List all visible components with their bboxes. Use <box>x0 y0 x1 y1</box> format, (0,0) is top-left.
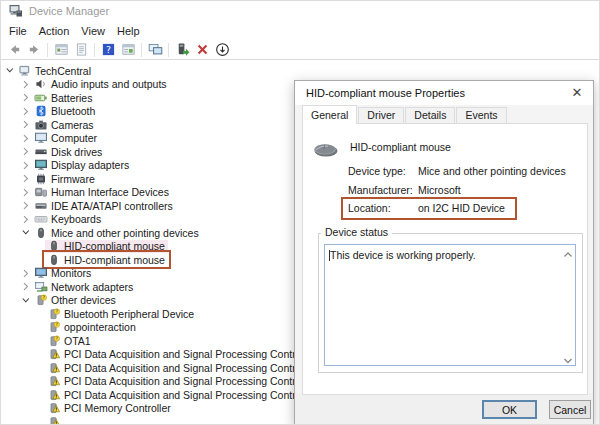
close-icon[interactable]: ✕ <box>570 86 584 100</box>
tree-item-label: Batteries <box>51 92 92 104</box>
help-icon[interactable]: ? <box>99 41 117 58</box>
tree-item[interactable]: TechCentral <box>1 64 599 78</box>
menu-help[interactable]: Help <box>111 23 146 39</box>
field-label: Location: <box>348 202 418 214</box>
chevron-right-icon[interactable] <box>19 172 32 185</box>
general-tab-page: HID-compliant mouse Device type:Mice and… <box>302 123 588 395</box>
tree-item-content: ?OTA1 <box>45 334 94 347</box>
tree-item-content: Network adapters <box>32 280 136 293</box>
field-label: Manufacturer: <box>348 184 418 196</box>
toolbar-separator <box>47 43 48 57</box>
firmware-icon <box>33 172 48 185</box>
ide-icon <box>33 199 48 212</box>
tree-item-label: Mice and other pointing devices <box>51 227 199 239</box>
tree-item-content: HID-compliant mouse <box>45 253 168 266</box>
field-label: Device type: <box>348 165 418 177</box>
disable-device-icon[interactable] <box>213 41 231 58</box>
tree-item-content: IDE ATA/ATAPI controllers <box>32 199 176 212</box>
tree-item-content: HID-compliant mouse <box>45 240 168 253</box>
console-tree-icon[interactable] <box>52 41 70 58</box>
device-status-text: This device is working properly. <box>329 249 559 261</box>
network-icon <box>33 280 48 293</box>
tree-item-content: Computer <box>32 132 100 145</box>
field-value: on I2C HID Device <box>418 202 505 214</box>
tree-item-content <box>45 415 67 424</box>
forward-icon[interactable] <box>25 41 43 58</box>
chevron-right-icon[interactable] <box>19 132 32 145</box>
tree-item-content: PCI Data Acquisition and Signal Processi… <box>45 388 319 401</box>
mouse-icon <box>46 253 61 266</box>
warning-icon <box>46 361 61 374</box>
chevron-right-icon[interactable] <box>19 105 32 118</box>
chevron-right-icon[interactable] <box>19 186 32 199</box>
unknown-icon: ? <box>46 307 61 320</box>
tree-item-label: Monitors <box>51 267 91 279</box>
tree-item-label: PCI Data Acquisition and Signal Processi… <box>64 389 316 401</box>
warning-icon <box>46 402 61 415</box>
chevron-right-icon[interactable] <box>19 159 32 172</box>
chevron-right-icon[interactable] <box>19 118 32 131</box>
computers-icon[interactable] <box>146 41 164 58</box>
tree-item-content: ?Bluetooth Peripheral Device <box>45 307 197 320</box>
properties-icon[interactable] <box>119 41 137 58</box>
chevron-right-icon[interactable] <box>19 78 32 91</box>
tree-item-label: Audio inputs and outputs <box>51 78 167 90</box>
cancel-button[interactable]: Cancel <box>549 400 591 419</box>
menu-file[interactable]: File <box>3 23 33 39</box>
tab-events[interactable]: Events <box>456 107 506 123</box>
export-list-icon[interactable] <box>72 41 90 58</box>
mouse-icon <box>33 226 48 239</box>
chevron-right-icon[interactable] <box>19 280 32 293</box>
svg-text:?: ? <box>106 44 111 55</box>
chevron-right-icon[interactable] <box>19 199 32 212</box>
warning-icon <box>46 348 61 361</box>
unknown-icon: ? <box>46 334 61 347</box>
mouse-icon <box>46 240 61 253</box>
field-value: Mice and other pointing devices <box>418 165 566 177</box>
warning-icon <box>46 415 61 424</box>
ok-button[interactable]: OK <box>482 400 537 419</box>
chevron-down-icon[interactable] <box>3 64 16 77</box>
tree-item-label: Other devices <box>51 294 116 306</box>
tree-item-label: TechCentral <box>35 65 91 77</box>
monitors-icon <box>33 267 48 280</box>
warning-icon <box>46 388 61 401</box>
tree-item-label: Disk drives <box>51 146 102 158</box>
device-status-group: This device is working properly. <box>318 233 583 373</box>
menu-bar: FileActionViewHelp <box>1 21 599 40</box>
computer-icon <box>17 64 32 77</box>
tree-item-content: ?Other devices <box>32 294 119 307</box>
chevron-right-icon[interactable] <box>19 91 32 104</box>
device-status-box[interactable]: This device is working properly. <box>324 244 576 366</box>
device-name: HID-compliant mouse <box>350 141 451 153</box>
tab-details[interactable]: Details <box>405 107 455 123</box>
menu-action[interactable]: Action <box>33 23 76 39</box>
scroll-down-icon[interactable] <box>563 354 573 362</box>
unknown-icon: ? <box>46 321 61 334</box>
monitor-icon <box>33 132 48 145</box>
tree-item-content: TechCentral <box>16 64 94 77</box>
tree-item-content: Audio inputs and outputs <box>32 78 170 91</box>
disk-icon <box>33 145 48 158</box>
chevron-down-icon[interactable] <box>19 294 32 307</box>
dialog-titlebar: HID-compliant mouse Properties ✕ <box>295 81 593 105</box>
tree-item-label: Cameras <box>51 119 94 131</box>
device-manager-window: Device Manager FileActionViewHelp ? Tech… <box>0 0 600 425</box>
display-icon <box>33 159 48 172</box>
camera-icon <box>33 118 48 131</box>
dialog-footer: OK Cancel <box>295 393 593 425</box>
scroll-up-icon[interactable] <box>563 248 573 256</box>
back-icon[interactable] <box>5 41 23 58</box>
tree-item-content: Human Interface Devices <box>32 186 172 199</box>
chevron-right-icon[interactable] <box>19 213 32 226</box>
chevron-right-icon[interactable] <box>19 145 32 158</box>
tab-driver[interactable]: Driver <box>358 107 404 123</box>
chevron-right-icon[interactable] <box>19 267 32 280</box>
tree-item-content: PCI Data Acquisition and Signal Processi… <box>45 375 319 388</box>
tab-general[interactable]: General <box>302 105 357 124</box>
chevron-down-icon[interactable] <box>19 226 32 239</box>
update-driver-icon[interactable] <box>173 41 191 58</box>
window-title: Device Manager <box>29 5 109 17</box>
uninstall-icon[interactable] <box>193 41 211 58</box>
menu-view[interactable]: View <box>75 23 111 39</box>
